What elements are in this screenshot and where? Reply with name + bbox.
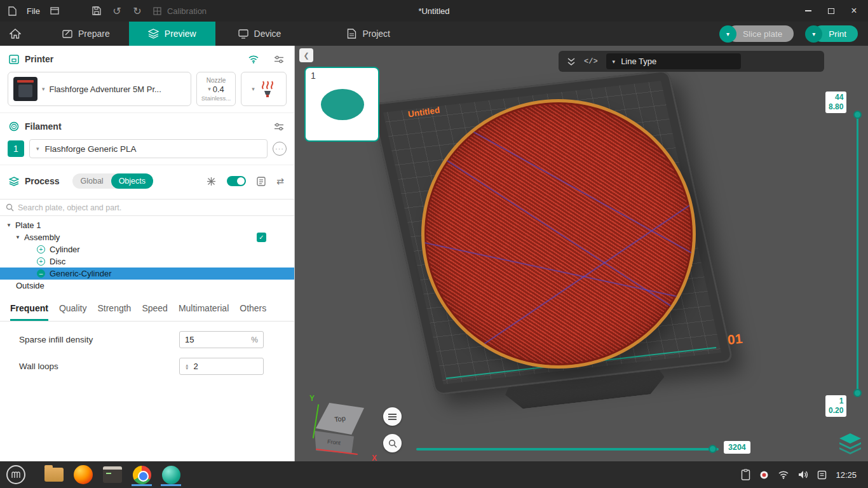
plate-thumbnail[interactable]: 1 [304, 67, 379, 142]
tree-item-outside[interactable]: Outside [0, 280, 294, 292]
tab-multimaterial[interactable]: Multimaterial [179, 303, 229, 321]
infill-input-box: % [179, 331, 264, 348]
move-slider-value: 3204 [724, 441, 750, 454]
tree-item-generic-cylinder[interactable]: – Generic-Cylinder [0, 268, 294, 280]
snowflake-icon[interactable] [207, 177, 216, 186]
gizmo-top-face[interactable]: Top [316, 403, 364, 435]
expand-triangle-icon[interactable]: ▼ [6, 222, 11, 228]
view-menu-button[interactable] [383, 407, 402, 426]
filament-section-title: Filament [25, 121, 62, 132]
volume-tray-icon[interactable] [798, 470, 808, 479]
filament-settings-icon[interactable] [274, 123, 284, 131]
infill-label: Sparse infill density [19, 335, 179, 344]
slice-dropdown-button[interactable]: ▾ [719, 25, 736, 43]
advanced-toggle[interactable] [227, 176, 246, 186]
window-icon[interactable] [49, 5, 60, 17]
layer-slider-top-handle[interactable] [853, 111, 862, 119]
tab-strength[interactable]: Strength [97, 303, 131, 321]
assembly-checkbox[interactable]: ✓ [257, 233, 266, 242]
notes-tray-icon[interactable] [817, 470, 827, 480]
input-method-tray-icon[interactable] [759, 470, 769, 480]
tree-item-assembly[interactable]: ▼ Assembly ✓ [0, 231, 294, 243]
expand-triangle-icon[interactable]: ▼ [15, 234, 20, 240]
magnifier-icon [388, 439, 397, 448]
undo-icon[interactable]: ↺ [111, 5, 123, 17]
infill-input[interactable] [185, 335, 229, 344]
nozzle-select[interactable]: Nozzle ▾0.4 Stainless... [196, 72, 236, 106]
negative-part-icon: – [37, 269, 45, 278]
tree-item-cylinder[interactable]: + Cylinder [0, 243, 294, 255]
printer-section-header: Printer [0, 46, 294, 70]
maximize-button[interactable] [821, 2, 841, 20]
sliced-object-disc[interactable] [421, 99, 696, 369]
toggle-objects[interactable]: Objects [111, 173, 153, 189]
clock[interactable]: 12:25 [836, 470, 857, 480]
line-type-select[interactable]: ▾ Line Type [606, 53, 741, 69]
settings-list-icon[interactable] [257, 177, 266, 186]
zoom-button[interactable] [383, 434, 402, 452]
clipboard-tray-icon[interactable] [741, 469, 750, 480]
viewport[interactable]: ❮ 1 </> ▾ Line Type ⚠ do not touch ⚠ [295, 46, 868, 461]
compare-presets-icon[interactable]: ⇄ [276, 176, 284, 186]
file-icon[interactable] [6, 5, 18, 17]
slice-plate-button[interactable]: Slice plate [728, 25, 794, 42]
filament-select[interactable]: ▾ Flashforge Generic PLA [29, 139, 268, 158]
preview-icon [148, 29, 159, 39]
calibration-button[interactable]: Calibration [152, 5, 207, 17]
collapse-panel-button[interactable]: ❮ [299, 48, 313, 62]
calibration-label: Calibration [167, 6, 207, 16]
redo-icon[interactable]: ↻ [132, 5, 143, 17]
terminal-app-button[interactable] [102, 463, 123, 487]
tab-quality[interactable]: Quality [59, 303, 87, 321]
screen: File ↺ ↻ Calibration *Untitled × [0, 0, 868, 488]
files-app-button[interactable] [43, 463, 65, 487]
walls-input[interactable] [193, 362, 238, 371]
process-icon [9, 177, 19, 186]
layer-slider[interactable] [857, 114, 858, 393]
nozzle-size: 0.4 [213, 85, 224, 94]
tab-frequent[interactable]: Frequent [10, 303, 48, 321]
orientation-gizmo[interactable]: Y Top Front X [311, 398, 372, 460]
move-slider-handle[interactable] [709, 445, 717, 453]
tab-prepare[interactable]: Prepare [43, 22, 129, 46]
stepper-icons[interactable]: ▲▼ [185, 363, 189, 370]
process-scope-toggle: Global Objects [72, 173, 153, 189]
search-input[interactable] [18, 203, 288, 212]
tree-label: Disc [50, 257, 65, 266]
toggle-global[interactable]: Global [72, 173, 111, 189]
layers-view-button[interactable] [838, 432, 862, 455]
home-button[interactable] [0, 22, 31, 46]
firefox-app-button[interactable] [72, 463, 94, 487]
network-tray-icon[interactable] [778, 470, 789, 479]
gcode-view-icon[interactable]: </> [584, 57, 598, 66]
filament-more-button[interactable]: ··· [273, 142, 287, 156]
tab-project[interactable]: Project [328, 22, 409, 46]
tree-item-disc[interactable]: + Disc [0, 255, 294, 268]
layer-range-icon[interactable] [567, 57, 576, 66]
chrome-app-button[interactable] [131, 463, 153, 487]
minimize-button[interactable] [798, 2, 818, 20]
hotend-select[interactable]: ▾ [241, 72, 287, 106]
tab-device[interactable]: Device [219, 22, 301, 46]
chevron-down-icon: ▾ [726, 30, 729, 37]
print-dropdown-button[interactable]: ▾ [805, 25, 822, 43]
filament-row: 1 ▾ Flashforge Generic PLA ··· [8, 139, 287, 158]
tree-item-plate[interactable]: ▼ Plate 1 [0, 219, 294, 231]
move-slider[interactable] [416, 448, 719, 451]
tab-preview[interactable]: Preview [129, 22, 215, 46]
slicer-app-button[interactable] [160, 463, 182, 487]
wifi-icon[interactable] [248, 55, 259, 64]
titlebar: File ↺ ↻ Calibration *Untitled × [0, 0, 868, 22]
layer-slider-bottom-handle[interactable] [853, 389, 862, 397]
close-button[interactable]: × [844, 2, 864, 20]
tab-others[interactable]: Others [240, 303, 266, 321]
file-menu[interactable]: File [27, 6, 40, 16]
printer-settings-icon[interactable] [274, 55, 284, 64]
param-walls-row: Wall loops ▲▼ [19, 358, 264, 375]
save-icon[interactable] [91, 5, 102, 17]
home-icon [10, 29, 21, 39]
tab-speed[interactable]: Speed [142, 303, 167, 321]
start-menu-button[interactable] [5, 463, 27, 487]
filament-slot-badge[interactable]: 1 [8, 140, 24, 157]
printer-select[interactable]: ▾ Flashforge Adventurer 5M Pr... [8, 72, 191, 106]
